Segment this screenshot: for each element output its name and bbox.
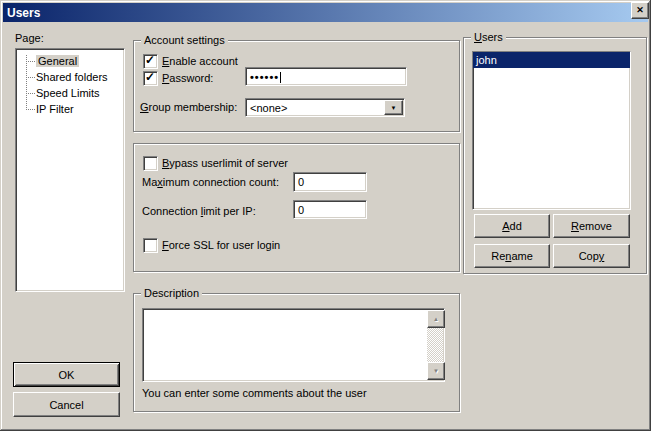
close-button[interactable]: ✕ [631, 2, 649, 19]
users-dialog: Users ✕ Page: General Shared folders Spe… [0, 0, 651, 431]
enable-account-label: Enable account [162, 55, 238, 68]
dropdown-arrow-icon: ▼ [391, 105, 397, 111]
tree-item-shared-folders[interactable]: Shared folders [36, 70, 108, 86]
titlebar: Users [3, 3, 648, 22]
password-checkbox[interactable] [143, 71, 158, 86]
tree-connector-line [26, 55, 27, 110]
cancel-button[interactable]: Cancel [13, 392, 120, 417]
force-ssl-label: Force SSL for user login [162, 239, 280, 252]
ok-button[interactable]: OK [13, 362, 120, 387]
close-icon: ✕ [636, 6, 644, 15]
account-settings-group: Account settings [133, 40, 460, 132]
dropdown-arrow-button[interactable]: ▼ [384, 100, 403, 115]
tree-item-speed-limits[interactable]: Speed Limits [36, 86, 100, 102]
description-scrollbar[interactable]: ▲ ▼ [427, 310, 443, 380]
tree-item-general[interactable]: General [36, 54, 79, 70]
rename-button[interactable]: Rename [474, 244, 550, 268]
group-membership-select[interactable]: <none> ▼ [245, 98, 405, 117]
window-title: Users [3, 6, 40, 20]
group-membership-label: Group membership: [140, 101, 237, 114]
scroll-up-button[interactable]: ▲ [427, 310, 445, 328]
password-input[interactable]: •••••• [245, 67, 407, 86]
max-connection-count-input[interactable]: 0 [293, 172, 367, 192]
description-title: Description [141, 287, 202, 300]
connection-limit-per-ip-input[interactable]: 0 [293, 200, 367, 219]
scroll-up-icon: ▲ [433, 316, 439, 322]
users-list[interactable]: john [472, 51, 631, 210]
page-list-label: Page: [15, 32, 44, 45]
connection-limit-per-ip-label: Connection limit per IP: [142, 205, 256, 218]
max-connection-count-label: Maximum connection count: [142, 176, 279, 189]
remove-button[interactable]: Remove [553, 214, 630, 238]
bypass-userlimit-label: Bypass userlimit of server [162, 157, 288, 170]
enable-account-checkbox[interactable] [143, 54, 158, 69]
description-hint: You can enter some comments about the us… [142, 387, 367, 400]
copy-button[interactable]: Copy [553, 244, 630, 268]
users-group-title: Users [471, 31, 506, 44]
list-item[interactable]: john [473, 52, 630, 68]
description-textarea[interactable]: ▲ ▼ [142, 308, 445, 382]
add-button[interactable]: Add [474, 214, 550, 238]
password-label: Password: [162, 72, 213, 85]
scroll-down-button[interactable]: ▼ [427, 362, 445, 380]
account-settings-title: Account settings [141, 34, 228, 47]
tree-item-ip-filter[interactable]: IP Filter [36, 102, 74, 118]
page-tree[interactable]: General Shared folders Speed Limits IP F… [15, 48, 125, 292]
scroll-down-icon: ▼ [433, 368, 439, 374]
force-ssl-checkbox[interactable] [143, 238, 158, 253]
bypass-userlimit-checkbox[interactable] [143, 156, 158, 171]
